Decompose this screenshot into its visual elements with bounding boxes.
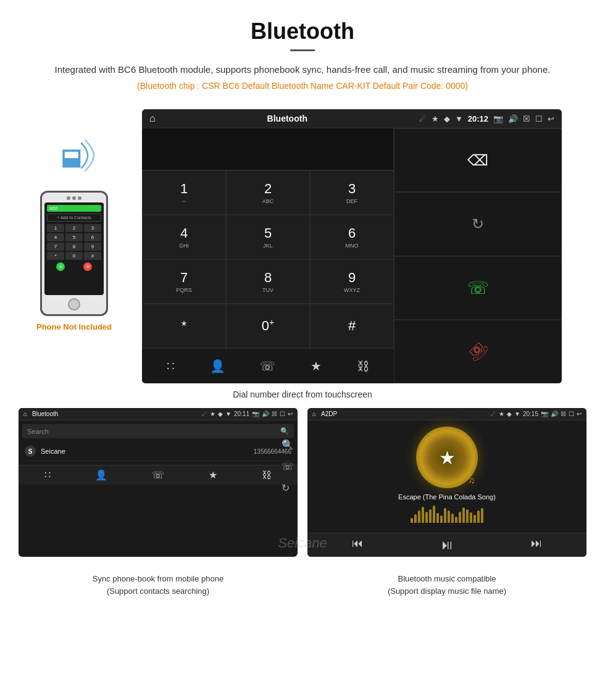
phone-not-included-label: Phone Not Included [36, 322, 112, 331]
music-caption-text: Bluetooth music compatible(Support displ… [388, 574, 506, 596]
pb-phone-icon[interactable]: ☏ [152, 469, 164, 481]
dial-key-4[interactable]: 4GHI [142, 215, 226, 259]
sidebar-reload-icon[interactable]: ↻ [282, 482, 294, 494]
sidebar-search-icon[interactable]: 🔍 [282, 439, 294, 451]
dial-key-6[interactable]: 6MNO [310, 215, 394, 259]
dialpad-bottom-toolbar: ∷ 👤 ☏ ★ ⛓ [142, 348, 394, 383]
mini-usb-icon: ☄ [202, 410, 207, 417]
dial-key-star[interactable]: * [142, 304, 226, 348]
pb-bt-icon[interactable]: ★ [209, 469, 217, 481]
statusbar-title: Bluetooth [161, 114, 414, 123]
dialpad-container: 1◦◦ 2ABC 3DEF 4GHI 5JKL 6MNO 7PQRS 8TUV … [142, 128, 562, 383]
pb-contacts-icon[interactable]: 👤 [95, 469, 107, 481]
phone-key: * [47, 252, 64, 260]
music-content: ★ ♫ Escape (The Pina Colada Song) [307, 420, 586, 533]
phone-icon[interactable]: ☏ [254, 356, 282, 376]
next-track-icon[interactable]: ⏭ [531, 537, 542, 553]
back-icon[interactable]: ↩ [548, 114, 554, 123]
bottom-screens: ⌂ Bluetooth ☄ ★ ◆ ▼ 20:11 📷 🔊 ☒ ☐ ↩ Sear… [0, 408, 605, 569]
phonebook-caption: Sync phone-book from mobile phone(Suppor… [19, 573, 298, 597]
phone-key: 6 [84, 233, 101, 241]
call-green-icon: ☏ [467, 278, 489, 298]
phonebook-wrapper: Search 🔍 S Seicane 13566664466 🔍 ☏ ↻ [19, 420, 298, 465]
phone-call-button: ☏ [56, 262, 65, 271]
dial-key-7[interactable]: 7PQRS [142, 259, 226, 304]
dial-key-5[interactable]: 5JKL [226, 215, 310, 259]
backspace-button[interactable]: ⌫ [394, 128, 562, 192]
dial-key-8[interactable]: 8TUV [226, 259, 310, 304]
phone-key: 5 [65, 233, 83, 241]
window-icon[interactable]: ☐ [535, 114, 543, 123]
dial-key-2[interactable]: 2ABC [226, 170, 310, 215]
phone-contacts-label: + Add to Contacts [47, 214, 101, 222]
dial-key-1[interactable]: 1◦◦ [142, 170, 226, 215]
dial-key-9[interactable]: 9WXYZ [310, 259, 394, 304]
pb-link-icon[interactable]: ⛓ [262, 470, 272, 481]
mini-home-icon[interactable]: ⌂ [23, 410, 27, 417]
main-content: ⬓ M20 + Add to Contacts 1 [0, 109, 605, 383]
phonebook-caption-text: Sync phone-book from mobile phone(Suppor… [93, 574, 223, 596]
mini-win-icon: ☐ [280, 410, 285, 417]
end-call-button[interactable]: ☏ [394, 320, 562, 383]
bluetooth-icon[interactable]: ★ [304, 356, 328, 376]
status-time: 20:12 [468, 114, 488, 123]
phone-key: 1 [47, 224, 64, 232]
search-bar[interactable]: Search 🔍 [22, 424, 294, 438]
phone-screen: M20 + Add to Contacts 1 2 3 4 5 6 7 8 9 … [44, 202, 104, 295]
play-pause-icon[interactable]: ⏯ [440, 537, 454, 553]
search-icon[interactable]: 🔍 [280, 427, 289, 435]
music-bt-icon: ★ [499, 410, 504, 417]
prev-track-icon[interactable]: ⏮ [352, 537, 363, 553]
phone-key: 7 [47, 243, 64, 251]
phonebook-title: Bluetooth [32, 410, 199, 417]
pb-grid-icon[interactable]: ∷ [44, 469, 51, 481]
reload-icon: ↻ [472, 215, 484, 233]
title-underline [290, 49, 315, 51]
phonebook-sidebar: 🔍 ☏ ↻ [282, 439, 294, 494]
volume-icon[interactable]: 🔊 [508, 114, 518, 123]
sidebar-phone-icon[interactable]: ☏ [282, 460, 294, 472]
phone-dot3 [78, 196, 81, 200]
mini-time: 20:11 [234, 410, 249, 417]
bluetooth-waves-icon: ⬓ [49, 134, 99, 185]
mini-back-icon[interactable]: ↩ [288, 410, 293, 417]
phonebook-bottombar: ∷ 👤 ☏ ★ ⛓ [19, 465, 298, 485]
location-icon: ◆ [444, 114, 450, 123]
page-description: Integrated with BC6 Bluetooth module, su… [37, 62, 568, 77]
phone-home-button [68, 298, 80, 310]
music-home-icon[interactable]: ⌂ [312, 410, 316, 417]
camera-icon[interactable]: 📷 [493, 114, 503, 123]
usb-icon: ☄ [419, 114, 427, 123]
music-back-icon[interactable]: ↩ [577, 410, 582, 417]
close-icon[interactable]: ☒ [523, 114, 530, 123]
reload-button[interactable]: ↻ [394, 192, 562, 256]
bluetooth-specs: (Bluetooth chip : CSR BC6 Default Blueto… [37, 81, 568, 91]
music-note-icon: ♫ [469, 475, 475, 485]
music-loc-icon: ◆ [507, 410, 512, 417]
dial-key-0[interactable]: 0+ [226, 304, 310, 348]
grid-icon[interactable]: ∷ [161, 356, 181, 376]
call-button[interactable]: ☏ [394, 256, 562, 320]
dial-key-3[interactable]: 3DEF [310, 170, 394, 215]
dialpad-caption: Dial number direct from touchscreen [0, 390, 605, 399]
music-title: A2DP [321, 410, 488, 417]
search-placeholder: Search [27, 428, 49, 435]
wifi-icon: ▼ [455, 114, 463, 123]
phone-top [44, 196, 104, 200]
phone-key: # [84, 252, 101, 260]
dial-key-hash[interactable]: # [310, 304, 394, 348]
music-spectrum [314, 504, 580, 523]
contacts-icon[interactable]: 👤 [204, 356, 232, 376]
music-x-icon: ☒ [561, 410, 566, 417]
phone-screen-top: M20 [47, 205, 101, 212]
svg-text:⬓: ⬓ [60, 144, 81, 170]
numpad-section: 1◦◦ 2ABC 3DEF 4GHI 5JKL 6MNO 7PQRS 8TUV … [142, 128, 394, 383]
mini-x-icon: ☒ [272, 410, 277, 417]
music-win-icon: ☐ [569, 410, 574, 417]
music-art: ★ ♫ [416, 427, 478, 488]
link-icon[interactable]: ⛓ [351, 357, 375, 376]
contact-row[interactable]: S Seicane 13566664466 [22, 442, 294, 461]
music-time: 20:15 [523, 410, 538, 417]
music-vol-icon: 🔊 [551, 410, 558, 417]
home-icon[interactable]: ⌂ [149, 113, 156, 124]
